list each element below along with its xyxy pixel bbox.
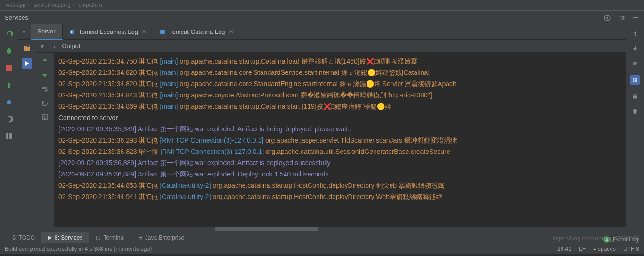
close-icon[interactable]: ✕	[142, 29, 146, 35]
bottom-tab[interactable]: ▢Terminal	[89, 232, 131, 243]
console-output[interactable]: 02-Sep-2020 21:35:34.750 淇℃伅 [main] org.…	[54, 53, 626, 227]
svg-rect-7	[6, 133, 8, 139]
rerun-icon[interactable]	[5, 30, 13, 39]
tab-label: Tomcat Localhost Log	[79, 28, 138, 35]
svg-rect-13	[24, 46, 27, 47]
tab-server[interactable]: Server	[31, 24, 62, 40]
line-separator[interactable]: LF	[579, 246, 586, 252]
doc-icon	[69, 29, 75, 35]
layout-icon[interactable]	[5, 132, 13, 140]
filter-icon[interactable]: ≡₁	[50, 43, 55, 49]
svg-rect-6	[8, 85, 10, 88]
deploy-icon[interactable]	[5, 81, 13, 89]
run-toolbar	[0, 24, 18, 232]
cursor-position: 29:41	[557, 246, 571, 252]
svg-rect-9	[9, 136, 12, 139]
gear-icon[interactable]	[618, 14, 625, 22]
status-message: Build completed successfully in 4 s 368 …	[5, 246, 152, 252]
soft-wrap-icon[interactable]	[632, 60, 638, 67]
down-icon[interactable]	[41, 72, 48, 78]
target-icon[interactable]	[603, 14, 611, 22]
close-icon[interactable]: ✕	[229, 29, 233, 35]
scroll-end-icon[interactable]	[630, 75, 640, 85]
bottom-tabs: ≡6: TODO▶8: Services▢Terminal⊞Java Enter…	[0, 232, 644, 243]
output-label: Output	[62, 42, 80, 49]
doc-icon	[160, 29, 165, 35]
panel-title: Services	[5, 14, 28, 21]
right-toolbar	[626, 24, 644, 232]
tree-node-root[interactable]: T	[22, 43, 32, 54]
main-area: » Server Tomcat Localhost Log✕ Tomcat Ca…	[0, 24, 644, 232]
tree-column: T	[18, 40, 36, 232]
tabs-row: » Server Tomcat Localhost Log✕ Tomcat Ca…	[18, 24, 626, 40]
tab-localhost-log[interactable]: Tomcat Localhost Log✕	[63, 24, 153, 40]
scrollbar-thumb[interactable]	[215, 227, 318, 231]
indent-setting[interactable]: 4 spaces	[593, 246, 616, 252]
status-bar: Build completed successfully in 4 s 368 …	[0, 243, 644, 254]
tab-label: Server	[37, 28, 55, 35]
breadcrumb: web-app 〉 servlet-mapping 〉 url-pattern	[0, 0, 644, 10]
tab-overflow-icon[interactable]: »	[18, 28, 31, 35]
content-area: » Server Tomcat Localhost Log✕ Tomcat Ca…	[18, 24, 626, 232]
encoding[interactable]: UTF-8	[623, 246, 639, 252]
svg-rect-2	[633, 17, 638, 18]
tab-label: Tomcat Catalina Log	[169, 28, 225, 35]
run-bug-icon[interactable]	[5, 47, 13, 56]
minimize-icon[interactable]	[632, 14, 639, 22]
horizontal-scrollbar[interactable]	[36, 227, 626, 232]
services-panel-header: Services	[0, 10, 644, 24]
wrap-icon[interactable]	[41, 86, 48, 92]
stop-icon[interactable]	[5, 64, 13, 72]
reload-icon[interactable]	[5, 115, 13, 123]
svg-rect-4	[8, 48, 10, 50]
up-icon[interactable]	[41, 57, 48, 64]
output-area: ▾ ≡₁ Output 02-Sep-2020 21:35:34.750 淇℃伅…	[36, 40, 626, 232]
svg-point-1	[606, 17, 608, 19]
arrow-down-icon[interactable]	[632, 45, 638, 52]
watermark: https://blog.csdn.net/qq_45930996	[553, 235, 639, 242]
svg-rect-20	[634, 109, 636, 110]
svg-rect-16	[635, 46, 636, 49]
arrow-up-icon[interactable]	[632, 30, 638, 37]
export-icon[interactable]	[41, 114, 48, 120]
svg-rect-8	[9, 133, 12, 136]
tab-catalina-log[interactable]: Tomcat Catalina Log✕	[153, 24, 240, 40]
svg-rect-15	[635, 33, 636, 36]
refresh-icon[interactable]	[41, 100, 48, 106]
bottom-tab[interactable]: ⊞Java Enterprise	[131, 232, 191, 243]
bottom-tab[interactable]: ▶8: Services	[41, 232, 89, 243]
svg-rect-18	[634, 94, 636, 96]
tree-node-run[interactable]	[22, 58, 32, 69]
trash-icon[interactable]	[632, 108, 638, 115]
svg-rect-19	[634, 97, 636, 99]
output-header: ▾ ≡₁ Output	[36, 40, 626, 53]
chevron-down-icon[interactable]: ▾	[41, 42, 44, 50]
print-icon[interactable]	[632, 93, 638, 100]
svg-rect-5	[6, 65, 12, 71]
bottom-tab[interactable]: ≡6: TODO	[0, 232, 41, 243]
console-toolbar	[36, 53, 54, 227]
artifact-icon[interactable]	[5, 98, 13, 106]
